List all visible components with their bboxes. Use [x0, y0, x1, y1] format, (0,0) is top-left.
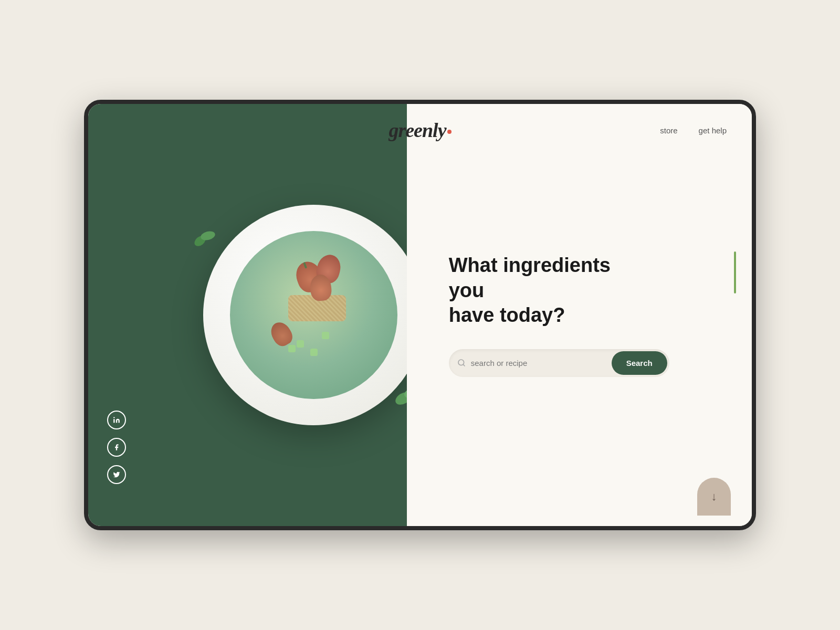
logo-text: greenly: [388, 119, 446, 141]
bowl-plate: [203, 205, 406, 425]
scroll-arrow-icon: ↓: [711, 490, 717, 503]
right-panel: What ingredients you have today? Search: [407, 104, 752, 526]
scroll-down-button[interactable]: ↓: [697, 478, 731, 516]
accent-line: [734, 251, 736, 293]
nav-links: store get help: [660, 126, 727, 135]
social-icons: [107, 411, 126, 484]
leaf-garnish-left: [192, 223, 224, 254]
linkedin-icon[interactable]: [107, 411, 126, 429]
melon-chunk-1: [297, 340, 304, 348]
nav-get-help[interactable]: get help: [699, 126, 727, 135]
svg-point-0: [113, 417, 114, 418]
app-container: greenly store get help: [88, 104, 752, 526]
logo: greenly: [388, 119, 451, 142]
facebook-icon[interactable]: [107, 438, 126, 457]
left-panel: [88, 104, 407, 526]
melon-chunk-3: [322, 332, 329, 339]
device-frame: greenly store get help: [84, 100, 756, 530]
logo-dot: [447, 130, 452, 134]
food-bowl-container: [203, 205, 406, 425]
hero-heading: What ingredients you have today?: [449, 253, 648, 328]
main-layout: What ingredients you have today? Search: [88, 104, 752, 526]
search-input[interactable]: [471, 359, 612, 368]
bowl-inner: [230, 231, 397, 398]
header: greenly store get help: [88, 104, 752, 156]
melon-chunk-2: [310, 349, 318, 356]
twitter-icon[interactable]: [107, 465, 126, 484]
svg-line-7: [463, 364, 465, 366]
nav-store[interactable]: store: [660, 126, 677, 135]
search-icon: [457, 359, 466, 367]
fig-4: [267, 319, 295, 349]
melon-chunk-4: [288, 345, 296, 352]
search-button[interactable]: Search: [612, 351, 667, 375]
search-bar: Search: [449, 349, 669, 377]
leaf-garnish-right: [393, 372, 406, 414]
svg-point-1: [394, 390, 407, 407]
